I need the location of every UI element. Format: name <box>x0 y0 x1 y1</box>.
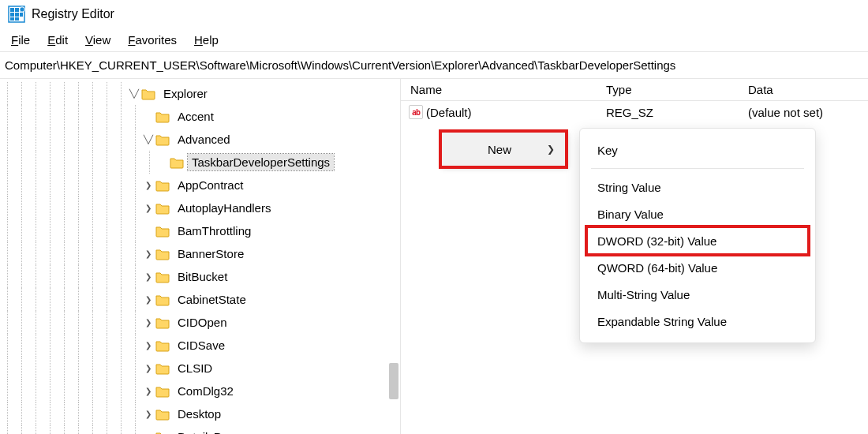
folder-icon <box>155 315 170 331</box>
menu-bar: File Edit View Favorites Help <box>0 28 868 52</box>
address-text: Computer\HKEY_CURRENT_USER\Software\Micr… <box>5 58 675 72</box>
svg-rect-1 <box>10 8 14 12</box>
folder-icon <box>155 132 170 148</box>
tree-label: CabinetState <box>174 291 250 308</box>
address-bar[interactable]: Computer\HKEY_CURRENT_USER\Software\Micr… <box>0 52 868 79</box>
tree-item-cidopen[interactable]: ❯ CIDOpen <box>0 311 400 334</box>
folder-icon <box>155 429 170 435</box>
tree-label: Explorer <box>159 85 211 102</box>
chevron-down-icon[interactable]: ╲╱ <box>142 133 155 146</box>
submenu-item-expandstring[interactable]: Expandable String Value <box>580 308 815 335</box>
chevron-right-icon[interactable]: ❯ <box>142 179 155 192</box>
submenu-item-key[interactable]: Key <box>580 137 815 163</box>
menu-file[interactable]: File <box>11 33 30 47</box>
folder-icon <box>155 178 170 193</box>
tree-label: AutoplayHandlers <box>174 200 275 216</box>
tree-item-advanced[interactable]: ╲╱ Advanced <box>0 128 400 151</box>
chevron-right-icon[interactable]: ❯ <box>142 408 155 421</box>
folder-icon <box>155 223 170 239</box>
submenu-item-multistring[interactable]: Multi-String Value <box>580 281 815 308</box>
column-header-name[interactable]: Name <box>401 83 606 96</box>
tree-item-bam[interactable]: BamThrottling <box>0 219 400 242</box>
reg-sz-icon: ab <box>409 105 423 119</box>
menu-help[interactable]: Help <box>194 33 219 47</box>
context-menu-new-label: New <box>452 143 547 156</box>
tree-label: AppContract <box>174 177 247 193</box>
tree-label: CIDSave <box>174 337 229 354</box>
submenu-item-string[interactable]: String Value <box>580 174 815 200</box>
menu-separator <box>591 168 804 169</box>
chevron-right-icon[interactable]: ❯ <box>142 339 155 352</box>
tree-label: Desktop <box>174 406 225 422</box>
tree-item-autoplay[interactable]: ❯ AutoplayHandlers <box>0 196 400 219</box>
svg-rect-2 <box>15 8 19 12</box>
chevron-right-icon[interactable]: ❯ <box>142 316 155 329</box>
chevron-down-icon[interactable]: ╲╱ <box>128 88 140 100</box>
tree-item-comdlg[interactable]: ❯ ComDlg32 <box>0 380 400 402</box>
folder-icon <box>155 406 170 422</box>
column-header-type[interactable]: Type <box>606 83 748 96</box>
context-submenu-new: Key String Value Binary Value DWORD (32-… <box>579 128 816 343</box>
title-bar: Registry Editor <box>0 0 868 28</box>
scrollbar-thumb[interactable] <box>389 363 398 399</box>
folder-icon <box>155 109 170 125</box>
chevron-right-icon[interactable]: ❯ <box>142 362 155 375</box>
menu-view[interactable]: View <box>85 33 110 47</box>
tree-item-explorer[interactable]: ╲╱ Explorer <box>0 82 400 105</box>
listview-header: Name Type Data <box>401 79 868 101</box>
value-list-pane: Name Type Data ab (Default) REG_SZ (valu… <box>401 79 868 434</box>
tree-item-appcontract[interactable]: ❯ AppContract <box>0 174 400 196</box>
window-title: Registry Editor <box>32 7 114 21</box>
tree-label: ComDlg32 <box>174 383 238 399</box>
folder-icon <box>155 338 170 354</box>
tree-label: BitBucket <box>174 268 231 285</box>
value-type: REG_SZ <box>606 106 748 119</box>
chevron-right-icon[interactable]: ❯ <box>142 248 155 260</box>
tree-item-accent[interactable]: Accent <box>0 105 400 128</box>
tree-item-details[interactable]: DetailsPane <box>0 425 400 434</box>
tree-label: BannerStore <box>174 245 248 262</box>
chevron-right-icon[interactable]: ❯ <box>142 202 155 215</box>
chevron-right-icon: ❯ <box>547 144 555 155</box>
tree-label: TaskbarDeveloperSettings <box>188 154 334 170</box>
tree-item-desktop[interactable]: ❯ Desktop <box>0 402 400 425</box>
folder-icon <box>155 269 170 285</box>
tree-label: BamThrottling <box>174 223 255 239</box>
tree-item-clsid[interactable]: ❯ CLSID <box>0 357 400 380</box>
folder-icon <box>155 383 170 399</box>
context-menu-new[interactable]: New ❯ <box>440 131 567 167</box>
tree-label: Advanced <box>174 131 234 148</box>
tree-pane: ╲╱ Explorer Accent ╲╱ Advanced <box>0 79 401 434</box>
tree-label: CIDOpen <box>174 314 231 331</box>
menu-favorites[interactable]: Favorites <box>128 33 177 47</box>
tree-item-bitbucket[interactable]: ❯ BitBucket <box>0 265 400 288</box>
value-name: (Default) <box>426 106 472 119</box>
tree-label: Accent <box>174 108 218 125</box>
chevron-right-icon[interactable]: ❯ <box>142 385 155 398</box>
svg-rect-5 <box>15 13 19 17</box>
listview-row[interactable]: ab (Default) REG_SZ (value not set) <box>401 101 868 123</box>
folder-icon <box>155 361 170 376</box>
submenu-item-binary[interactable]: Binary Value <box>580 200 815 227</box>
column-header-data[interactable]: Data <box>748 83 868 96</box>
value-data: (value not set) <box>748 106 868 119</box>
folder-icon <box>155 292 170 308</box>
svg-rect-8 <box>15 17 19 21</box>
svg-point-9 <box>20 7 24 12</box>
folder-icon <box>140 86 156 102</box>
chevron-right-icon[interactable]: ❯ <box>142 294 155 306</box>
tree-item-cidsave[interactable]: ❯ CIDSave <box>0 334 400 357</box>
submenu-item-dword[interactable]: DWORD (32-bit) Value <box>580 227 815 254</box>
submenu-item-qword[interactable]: QWORD (64-bit) Value <box>580 254 815 281</box>
menu-edit[interactable]: Edit <box>47 33 68 47</box>
tree-item-cabinet[interactable]: ❯ CabinetState <box>0 288 400 311</box>
main-split: ╲╱ Explorer Accent ╲╱ Advanced <box>0 79 868 434</box>
tree-item-banner[interactable]: ❯ BannerStore <box>0 242 400 265</box>
folder-icon <box>155 200 170 216</box>
svg-rect-7 <box>10 17 14 21</box>
chevron-right-icon[interactable]: ❯ <box>142 271 155 283</box>
tree-item-taskbardev[interactable]: TaskbarDeveloperSettings <box>0 151 400 174</box>
tree-label: DetailsPane <box>174 428 245 434</box>
tree-label: CLSID <box>174 360 216 376</box>
folder-icon <box>169 155 185 170</box>
